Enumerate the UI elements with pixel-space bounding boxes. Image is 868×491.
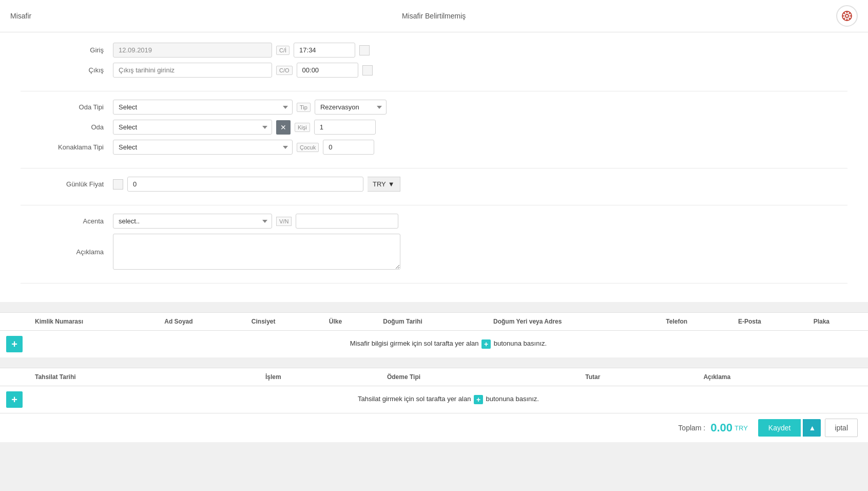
aciklama-controls: [113, 234, 847, 270]
cikis-row: Çıkış C/O: [21, 63, 847, 78]
guest-table-empty-row: + Misafir bilgisi girmek için sol taraft…: [0, 331, 868, 358]
oda-row: Oda Select ✕ Kişi: [21, 120, 847, 135]
ci-label: C/İ: [276, 46, 290, 55]
payment-table-section: Tahsilat Tarihi İşlem Ödeme Tipi Tutar A…: [0, 368, 868, 413]
guest-add-button[interactable]: +: [6, 336, 23, 352]
guest-empty-message: Misafir bilgisi girmek için sol tarafta …: [29, 331, 868, 358]
payment-col-add: [0, 368, 29, 386]
guest-col-telefon: Telefon: [660, 313, 732, 331]
guest-table-header-row: Kimlik Numarası Ad Soyad Cinsiyet Ülke D…: [0, 313, 868, 331]
giris-time-input[interactable]: [294, 43, 355, 58]
oda-select[interactable]: Select: [113, 120, 272, 135]
cikis-label: Çıkış: [21, 66, 113, 74]
payment-col-tutar: Tutar: [579, 368, 697, 386]
bottom-bar: Toplam : 0.00 TRY Kaydet ▲ iptal: [0, 413, 868, 442]
guest-col-eposta: E-Posta: [732, 313, 807, 331]
separator-2: [0, 357, 868, 363]
tip-label: Tip: [297, 103, 311, 112]
acenta-row: Acenta select.. V/N: [21, 214, 847, 229]
oda-tipi-select[interactable]: Select: [113, 100, 293, 115]
oda-controls: Select ✕ Kişi: [113, 120, 847, 135]
vn-input[interactable]: [296, 214, 398, 229]
svg-line-8: [849, 13, 851, 14]
payment-empty-message: Tahsilat girmek için sol tarafta yer ala…: [29, 386, 868, 413]
guest-plus-icon-inline: +: [481, 339, 491, 349]
payment-table: Tahsilat Tarihi İşlem Ödeme Tipi Tutar A…: [0, 368, 868, 413]
oda-tipi-controls: Select Tip Rezervasyon: [113, 100, 847, 115]
gunluk-fiyat-row: Günlük Fiyat TRY ▼: [21, 177, 847, 192]
total-amount: 0.00: [710, 421, 732, 435]
guest-col-ad: Ad Soyad: [158, 313, 245, 331]
kisi-label: Kişi: [295, 123, 310, 132]
acenta-label: Acenta: [21, 217, 113, 225]
giris-date-input[interactable]: [113, 43, 272, 58]
iptal-button[interactable]: iptal: [825, 419, 858, 437]
payment-add-cell: +: [0, 386, 29, 413]
fiyat-section: Günlük Fiyat TRY ▼: [21, 177, 847, 205]
payment-table-header-row: Tahsilat Tarihi İşlem Ödeme Tipi Tutar A…: [0, 368, 868, 386]
cikis-date-input[interactable]: [113, 63, 272, 78]
guest-table: Kimlik Numarası Ad Soyad Cinsiyet Ülke D…: [0, 313, 868, 357]
cocuk-input[interactable]: [323, 140, 374, 155]
separator-1: [0, 302, 868, 307]
giris-controls: C/İ: [113, 43, 847, 58]
kaydet-button[interactable]: Kaydet: [758, 419, 801, 437]
svg-point-1: [845, 14, 848, 17]
currency-dropdown-icon: ▼: [388, 180, 395, 188]
oda-tipi-label: Oda Tipi: [21, 103, 113, 111]
oda-clear-button[interactable]: ✕: [276, 120, 291, 135]
guest-col-cinsiyet: Cinsiyet: [245, 313, 323, 331]
svg-line-9: [844, 18, 845, 20]
misafir-label: Misafir: [10, 12, 31, 20]
konaklama-tipi-label: Konaklama Tipi: [21, 143, 113, 151]
payment-col-islem: İşlem: [259, 368, 381, 386]
misafir-value: Misafir Belirtilmemiş: [402, 12, 466, 20]
kisi-input[interactable]: [314, 120, 376, 135]
currency-button[interactable]: TRY ▼: [368, 177, 400, 192]
payment-col-odeme: Ödeme Tipi: [381, 368, 579, 386]
total-currency: TRY: [735, 424, 748, 432]
currency-label: TRY: [373, 180, 386, 188]
guest-col-kimlik: Kimlik Numarası: [29, 313, 158, 331]
fiyat-checkbox[interactable]: [113, 179, 123, 190]
kaydet-arrow-button[interactable]: ▲: [803, 419, 821, 437]
guest-col-add: [0, 313, 29, 331]
cikis-time-input[interactable]: [297, 63, 358, 78]
guest-col-dogum: Doğum Tarihi: [377, 313, 487, 331]
giris-cikis-section: Giriş C/İ Çıkış C/O: [21, 43, 847, 91]
aciklama-row: Açıklama: [21, 234, 847, 270]
aciklama-label: Açıklama: [21, 248, 113, 256]
guest-add-cell: +: [0, 331, 29, 358]
payment-add-button[interactable]: +: [6, 391, 23, 408]
svg-line-7: [849, 18, 851, 20]
vn-label: V/N: [276, 217, 292, 226]
top-bar: Misafir Misafir Belirtilmemiş: [0, 0, 868, 32]
payment-col-tarih: Tahsilat Tarihi: [29, 368, 259, 386]
konaklama-tipi-controls: Select Çocuk: [113, 140, 847, 155]
payment-col-aciklama: Açıklama: [697, 368, 868, 386]
cocuk-label: Çocuk: [297, 143, 319, 152]
giris-checkbox[interactable]: [359, 45, 370, 55]
oda-tipi-row: Oda Tipi Select Tip Rezervasyon: [21, 100, 847, 115]
acenta-controls: select.. V/N: [113, 214, 847, 229]
co-label: C/O: [276, 66, 293, 75]
guest-col-ulke: Ülke: [323, 313, 377, 331]
svg-line-6: [844, 13, 845, 14]
payment-plus-icon-inline: +: [474, 395, 483, 404]
oda-section: Oda Tipi Select Tip Rezervasyon Oda Sele…: [21, 100, 847, 168]
konaklama-tipi-select[interactable]: Select: [113, 140, 293, 155]
rezervasyon-select[interactable]: Rezervasyon: [315, 100, 387, 115]
fiyat-input[interactable]: [127, 177, 363, 192]
settings-icon-button[interactable]: [836, 5, 858, 27]
aciklama-textarea[interactable]: [113, 234, 400, 270]
guest-table-section: Kimlik Numarası Ad Soyad Cinsiyet Ülke D…: [0, 312, 868, 357]
gunluk-fiyat-label: Günlük Fiyat: [21, 180, 113, 188]
guest-col-adres: Doğum Yeri veya Adres: [487, 313, 660, 331]
acenta-select[interactable]: select..: [113, 214, 272, 229]
main-form: Giriş C/İ Çıkış C/O Oda Tipi Selec: [0, 32, 868, 302]
cikis-checkbox[interactable]: [362, 65, 373, 75]
giris-label: Giriş: [21, 46, 113, 54]
acenta-section: Acenta select.. V/N Açıklama: [21, 214, 847, 284]
guest-col-plaka: Plaka: [807, 313, 868, 331]
giris-row: Giriş C/İ: [21, 43, 847, 58]
